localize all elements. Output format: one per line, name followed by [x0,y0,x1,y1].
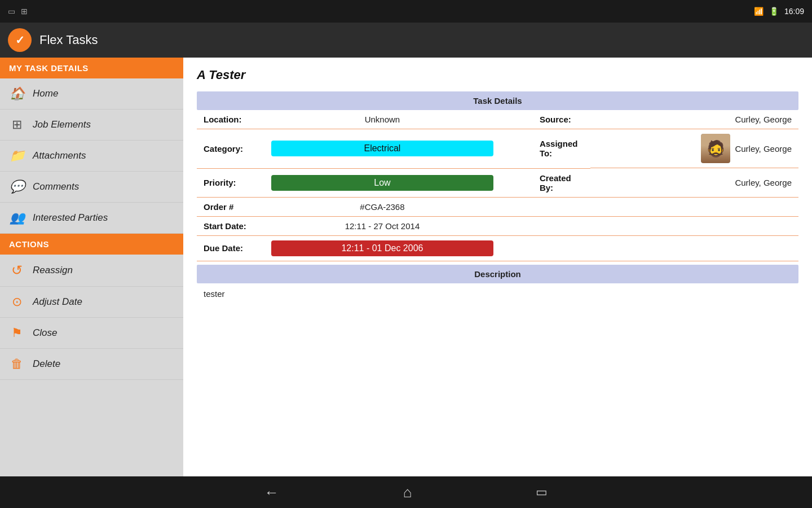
table-row: Priority: Low Created By: Curley, George [197,168,798,197]
app-header: ✓ Flex Tasks [0,23,812,58]
sidebar: MY TASK DETAILS 🏠 Home ⊞ Job Elements 📁 … [0,58,183,476]
sidebar-item-delete[interactable]: 🗑 Delete [0,349,183,380]
interested-parties-icon: 👥 [9,211,25,225]
table-row: Start Date: 12:11 - 27 Oct 2014 [197,216,798,235]
adjust-date-icon: ⊙ [9,295,25,309]
sidebar-item-attachments[interactable]: 📁 Attachments [0,141,183,172]
avatar: 🧔 [701,134,730,163]
start-date-value: 12:11 - 27 Oct 2014 [264,216,500,235]
priority-badge: Low [271,175,493,191]
back-button[interactable]: ← [264,484,279,501]
assigned-to-value: 🧔 Curley, George [590,129,798,168]
source-value: Curley, George [590,110,798,129]
description-text: tester [197,283,798,304]
sidebar-item-adjust-date[interactable]: ⊙ Adjust Date [0,287,183,318]
back-icon: ← [264,484,279,501]
order-value: #CGA-2368 [264,197,500,216]
table-row: Location: Unknown Source: Curley, George [197,110,798,129]
bottom-nav: ← ⌂ ▭ [0,476,812,508]
sidebar-item-interested-parties-label: Interested Parties [33,212,108,224]
wifi-icon: 📶 [754,7,764,16]
status-bar-right: 📶 🔋 16:09 [754,7,804,16]
screen-icon: ▭ [8,7,15,16]
category-badge: Electrical [271,141,493,156]
sidebar-item-job-elements-label: Job Elements [33,119,91,130]
app-logo: ✓ [8,28,32,52]
logo-symbol: ✓ [15,33,25,47]
category-label: Category: [197,129,264,169]
battery-icon: 🔋 [769,7,779,16]
job-elements-icon: ⊞ [9,117,25,132]
close-icon: ⚑ [9,326,25,340]
recent-button[interactable]: ▭ [536,485,548,500]
app-title: Flex Tasks [39,33,98,47]
sidebar-item-close-label: Close [33,327,57,339]
home-icon: 🏠 [9,86,25,101]
priority-value: Low [264,168,500,197]
location-value: Unknown [264,110,500,129]
sidebar-item-adjust-date-label: Adjust Date [33,296,82,308]
sidebar-item-comments-label: Comments [33,181,79,192]
sidebar-item-reassign-label: Reassign [33,265,73,276]
sidebar-item-home-label: Home [33,88,58,99]
home-nav-icon: ⌂ [403,484,412,501]
category-value: Electrical [264,129,500,169]
content-area: A Tester Task Details Location: Unknown … [183,58,812,476]
order-label: Order # [197,197,264,216]
sidebar-item-home[interactable]: 🏠 Home [0,78,183,110]
grid-icon: ⊞ [21,7,28,16]
start-date-label: Start Date: [197,216,264,235]
table-row: Category: Electrical Assigned To: 🧔 Curl… [197,129,798,169]
table-row: Order # #CGA-2368 [197,197,798,216]
sidebar-item-attachments-label: Attachments [33,150,86,161]
due-date-label: Due Date: [197,235,264,261]
description-section: Description tester [197,265,798,304]
created-by-value: Curley, George [590,168,798,197]
status-bar-left: ▭ ⊞ [8,7,28,16]
recent-icon: ▭ [536,485,548,500]
home-button[interactable]: ⌂ [403,484,412,501]
sidebar-item-reassign[interactable]: ↺ Reassign [0,255,183,287]
source-label: Source: [523,110,590,129]
main-layout: MY TASK DETAILS 🏠 Home ⊞ Job Elements 📁 … [0,58,812,476]
attachments-icon: 📁 [9,148,25,163]
avatar-face: 🧔 [701,134,730,163]
table-row: Due Date: 12:11 - 01 Dec 2006 [197,235,798,261]
sidebar-section-2-header: ACTIONS [0,234,183,255]
sidebar-section-1-header: MY TASK DETAILS [0,58,183,78]
delete-icon: 🗑 [9,357,25,371]
task-details-header: Task Details [197,91,798,110]
sidebar-item-comments[interactable]: 💬 Comments [0,172,183,203]
sidebar-item-close[interactable]: ⚑ Close [0,318,183,349]
sidebar-item-job-elements[interactable]: ⊞ Job Elements [0,110,183,141]
priority-label: Priority: [197,168,264,197]
due-date-badge: 12:11 - 01 Dec 2006 [271,240,493,256]
assigned-to-label: Assigned To: [523,129,590,169]
sidebar-item-interested-parties[interactable]: 👥 Interested Parties [0,203,183,234]
reassign-icon: ↺ [9,262,25,278]
status-bar: ▭ ⊞ 📶 🔋 16:09 [0,0,812,23]
comments-icon: 💬 [9,179,25,194]
location-label: Location: [197,110,264,129]
due-date-value: 12:11 - 01 Dec 2006 [264,235,500,261]
created-by-label: Created By: [523,168,590,197]
clock: 16:09 [784,7,804,16]
description-header: Description [197,265,798,283]
page-title: A Tester [197,68,798,82]
sidebar-item-delete-label: Delete [33,358,60,370]
task-details-table: Location: Unknown Source: Curley, George… [197,110,798,261]
